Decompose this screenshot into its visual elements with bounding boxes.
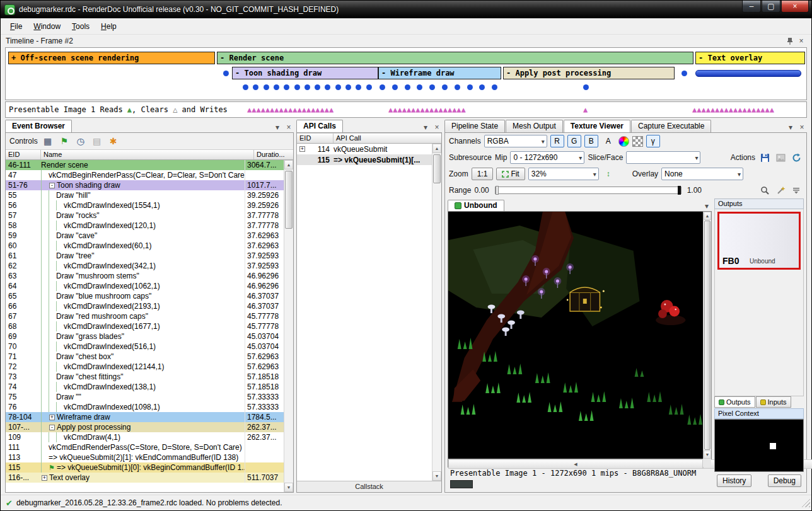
scroll-down-icon[interactable]: ▼ [432,471,441,481]
event-row[interactable]: 116-...+Text overlay511.7037 [6,473,284,483]
event-row[interactable]: 65Draw "blue mushroom caps"46.37037 [6,291,284,301]
event-row[interactable]: 111vkCmdEndRenderPass(C=Store, D=Store, … [6,442,284,452]
timeline-event-dot[interactable] [479,84,485,90]
timeline-event-dot[interactable] [392,84,398,90]
event-row[interactable]: 46-111Render scene3064.7... [6,160,284,170]
green-channel-button[interactable]: G [567,135,581,147]
timeline-event-dot[interactable] [325,84,330,90]
range-white-point-handle[interactable] [678,186,681,195]
scroll-up-icon[interactable]: ▲ [704,212,711,220]
minimize-button[interactable]: – [742,1,761,13]
texture-viewer-menu-icon[interactable]: ▾ [786,122,796,132]
timeline-event-dot[interactable] [264,84,269,90]
bookmark-flag-icon[interactable]: ⚑ [58,135,71,147]
event-row[interactable]: 113=> vkQueueSubmit(2)[1]: vkEndCommandB… [6,452,284,462]
event-row[interactable]: 72vkCmdDrawIndexed(12144,1)57.62963 [6,362,284,372]
tab-event-browser[interactable]: Event Browser [5,120,72,132]
timeline-event-dot[interactable] [682,71,687,76]
tab-capture-executable[interactable]: Capture Executable [631,120,711,132]
tab-outputs[interactable]: Outputs [714,396,755,408]
event-row[interactable]: 67Draw "red mushroom caps"45.77778 [6,311,284,321]
timeline-event-dot[interactable] [335,84,341,90]
event-row[interactable]: 55Draw "hill"39.25926 [6,190,284,200]
api-call-row[interactable]: +114vkQueueSubmit [297,144,432,154]
tab-inputs[interactable]: Inputs [756,396,791,408]
timeline-marker-bar[interactable]: + Off-screen scene rendering [8,52,215,64]
refresh-icon[interactable] [790,151,803,164]
tab-mesh-output[interactable]: Mesh Output [506,120,563,132]
timeline-event-dot[interactable] [304,84,310,90]
timeline-event-dot[interactable] [467,84,473,90]
overlay-select[interactable]: None [661,168,743,180]
expander-icon[interactable]: + [49,415,55,420]
texture-viewport[interactable]: ▲ ▼ ◀ ▶ [448,211,712,468]
event-row[interactable]: 63Draw "mushroom stems"46.96296 [6,271,284,281]
event-row[interactable]: 57Draw "rocks"37.77778 [6,210,284,221]
event-row[interactable]: 74vkCmdDrawIndexed(138,1)57.18518 [6,382,284,392]
gamma-button[interactable]: γ [646,135,660,147]
viewport-vertical-scrollbar[interactable]: ▲ ▼ [703,212,711,459]
open-texture-icon[interactable] [774,151,787,164]
timeline-event-dot[interactable] [380,84,385,90]
api-call-row[interactable]: 115=> vkQueueSubmit(1)[... [297,154,432,165]
timeline-event-dot[interactable] [417,84,422,90]
event-row[interactable]: 59Draw "cave"37.62963 [6,231,284,241]
timeline-marker-bar[interactable]: - Wireframe draw [378,67,501,79]
zoom-select[interactable]: 32% [528,168,599,180]
timeline-marker-bar[interactable]: - Render scene [217,52,693,64]
options-star-icon[interactable]: ✱ [107,135,120,147]
timeline-event-dot[interactable] [284,84,289,90]
event-row[interactable]: 71Draw "chest box"57.62963 [6,352,284,362]
event-row[interactable]: 73Draw "chest fittings"57.18518 [6,372,284,382]
event-row[interactable]: 107-...-Apply post processing262.37... [6,422,284,432]
slice-face-select[interactable] [626,151,700,164]
timeline-event-dot[interactable] [274,84,279,90]
fit-button[interactable]: Fit [496,168,525,180]
timeline-close-icon[interactable]: × [796,36,806,46]
timeline-event-dot[interactable] [492,84,497,90]
flip-y-icon[interactable]: ↕ [602,168,615,180]
texture-tab-unbound[interactable]: Unbound [448,200,504,211]
event-row[interactable]: 69Draw "grass blades"45.03704 [6,331,284,342]
menu-item-file[interactable]: File [4,20,28,33]
tab-api-calls[interactable]: API Calls [296,120,343,132]
event-row[interactable]: 56vkCmdDrawIndexed(1554,1)39.25926 [6,200,284,210]
clock-icon[interactable]: ◷ [74,135,87,147]
range-slider[interactable] [495,187,682,194]
mip-select[interactable]: 0 - 1272x690 [510,151,584,164]
autofit-wand-icon[interactable] [774,184,787,197]
pixel-context-view[interactable] [714,419,804,472]
save-icon[interactable] [758,151,771,164]
viewport-horizontal-scrollbar[interactable]: ◀ ▶ [448,459,703,467]
blue-channel-button[interactable]: B [584,135,598,147]
maximize-button[interactable]: ▢ [762,1,780,13]
timeline-event-dot[interactable] [442,84,448,90]
timeline-event-dot[interactable] [366,84,372,90]
api-calls-close-icon[interactable]: × [432,122,442,132]
event-row[interactable]: 51-76-Toon shading draw1017.7... [6,180,284,190]
scroll-left-icon[interactable]: ◀ [448,459,703,469]
expander-icon[interactable]: - [49,425,55,430]
timeline-marker-bar[interactable]: - Apply post processing [503,67,675,79]
timeline-event-dot[interactable] [455,84,460,90]
event-row[interactable]: 61Draw "tree"37.92593 [6,251,284,261]
alpha-channel-button[interactable]: A [601,135,615,147]
api-calls-menu-icon[interactable]: ▾ [420,122,431,132]
scroll-up-icon[interactable]: ▲ [432,144,441,153]
expander-icon[interactable]: - [49,183,55,188]
zoom-1-1-button[interactable]: 1:1 [472,168,494,180]
timeline-marker-bar[interactable]: - Toon shading draw [232,67,378,79]
time-durations-icon[interactable]: ▦ [42,135,54,147]
menu-item-tools[interactable]: Tools [66,20,95,33]
pin-icon[interactable] [785,36,795,46]
scroll-up-icon[interactable]: ▲ [284,160,293,169]
callstack-bar[interactable]: Callstack [297,481,441,492]
texture-viewer-close-icon[interactable]: × [797,122,807,132]
event-row[interactable]: 70vkCmdDrawIndexed(516,1)45.03704 [6,342,284,352]
event-row[interactable]: 109vkCmdDraw(4,1)262.37... [6,432,284,442]
event-row[interactable]: 60vkCmdDrawIndexed(60,1)37.62963 [6,241,284,251]
timeline-event-dot[interactable] [223,71,229,76]
stats-icon[interactable]: ▤ [91,135,103,147]
event-row[interactable]: 62vkCmdDrawIndexed(342,1)37.92593 [6,261,284,271]
timeline-draw-range-bar[interactable] [695,70,801,77]
